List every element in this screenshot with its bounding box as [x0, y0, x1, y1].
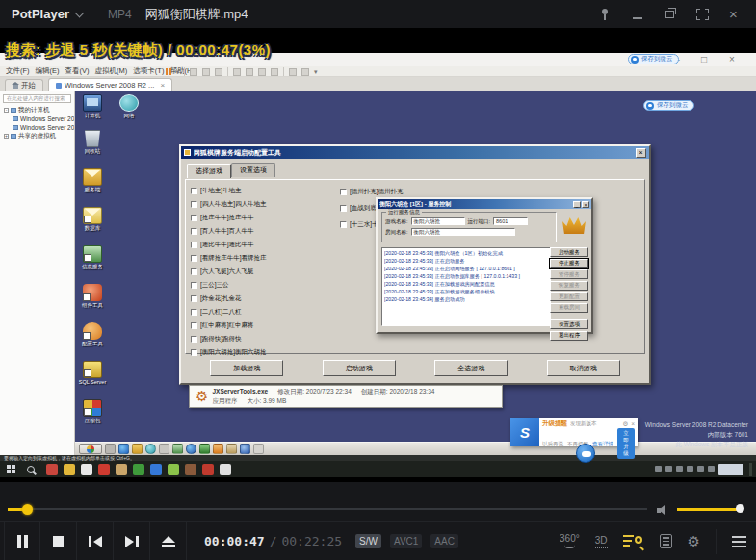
tray-clock-area[interactable] — [718, 464, 743, 475]
game-checkbox-item[interactable]: [二八杠]二八杠 — [191, 305, 337, 318]
host-start-button[interactable] — [7, 465, 15, 473]
app-icon[interactable] — [186, 444, 196, 454]
popup-settings-icon[interactable]: ⚙ — [622, 420, 628, 428]
checkbox[interactable] — [191, 309, 197, 316]
video-codec-badge[interactable]: AVC1 — [390, 534, 422, 548]
server-action-button[interactable]: 暂停服务 — [550, 269, 588, 279]
volume-icon[interactable] — [657, 504, 670, 516]
host-search-icon[interactable] — [27, 466, 35, 473]
checkbox[interactable] — [191, 349, 197, 356]
tray-icon[interactable] — [676, 466, 683, 472]
ie-icon[interactable] — [118, 444, 129, 454]
server-log-list[interactable]: [2020-02-18 23:45:33] 衡阳六胡抢（1区）初始化完成[202… — [381, 247, 551, 326]
settings-gear-button[interactable]: ⚙ — [688, 534, 700, 548]
network-tool-icon[interactable] — [145, 444, 156, 454]
server-close-button[interactable]: × — [582, 201, 589, 208]
checkbox[interactable] — [340, 221, 347, 228]
server-action-button[interactable]: 恢复服务 — [550, 281, 588, 291]
vm-start-button[interactable] — [79, 444, 102, 454]
dialog-action-button[interactable]: 加载游戏 — [210, 360, 283, 376]
taskbar-app-icon[interactable] — [168, 464, 179, 475]
game-checkbox-item[interactable]: [抢庄牛牛]抢庄牛牛 — [191, 211, 337, 224]
cloud-save-badge-vm[interactable]: 保存到微云 — [643, 100, 694, 111]
taskbar-app-icon[interactable] — [64, 464, 75, 475]
popup-upgrade-button[interactable]: 立即升级 — [617, 428, 635, 459]
checkbox[interactable] — [191, 188, 197, 194]
dialog-action-button[interactable]: 全选游戏 — [434, 360, 508, 376]
audio-codec-badge[interactable]: AAC — [430, 534, 458, 548]
tray-icon[interactable] — [665, 466, 672, 472]
taskbar-app-icon[interactable] — [202, 464, 214, 475]
close-button[interactable]: × — [729, 8, 743, 21]
taskbar-app-icon[interactable] — [46, 464, 58, 475]
checkbox[interactable] — [191, 201, 197, 208]
tray-icon[interactable] — [687, 466, 693, 472]
taskbar-app-icon[interactable] — [150, 464, 162, 475]
popup-close-icon[interactable]: × — [631, 420, 635, 427]
server-action-button[interactable]: 停止服务 — [550, 259, 588, 268]
tool-icon[interactable] — [159, 444, 169, 454]
3d-button[interactable]: 3D — [595, 535, 608, 548]
chevron-down-icon[interactable] — [75, 8, 85, 17]
game-name-field[interactable]: 衡阳六胡抢 — [411, 217, 465, 225]
checkbox[interactable] — [191, 228, 197, 235]
seek-knob[interactable] — [22, 504, 33, 515]
open-button[interactable] — [150, 522, 187, 560]
game-checkbox-item[interactable]: [百人牛牛]百人牛牛 — [191, 224, 337, 238]
tray-icon[interactable] — [697, 466, 704, 472]
pin-icon[interactable] — [598, 8, 612, 21]
cloud-save-badge[interactable]: 保存到微云 — [628, 54, 679, 64]
show-desktop-button[interactable] — [749, 463, 752, 476]
next-button[interactable] — [114, 522, 150, 560]
taskbar-app-icon[interactable] — [116, 464, 127, 475]
tray-icon[interactable] — [655, 466, 662, 472]
minimize-button[interactable] — [631, 8, 644, 21]
video-frame[interactable]: 搜索: 步退 5 秒(关键帧) / 00:00:47(3%) 保存到微云 – □… — [0, 29, 756, 481]
dialog-close-button[interactable]: × — [636, 148, 646, 158]
taskbar-app-icon[interactable] — [133, 464, 144, 475]
taskbar-app-icon[interactable] — [81, 464, 92, 475]
game-checkbox-item[interactable]: [斗地主]斗地主 — [191, 184, 337, 197]
checkbox[interactable] — [191, 255, 197, 262]
menu-hamburger-button[interactable] — [732, 536, 746, 547]
fullscreen-button[interactable] — [696, 8, 710, 21]
volume-knob[interactable] — [736, 504, 744, 513]
server-action-button[interactable]: 退出程序 — [550, 331, 588, 341]
game-checkbox-item[interactable]: [通比牛牛]通比牛牛 — [191, 238, 337, 251]
tab-options[interactable]: 设置选项 — [231, 163, 275, 177]
maximize-button[interactable] — [664, 8, 677, 21]
stop-button[interactable] — [40, 522, 77, 560]
app-icon[interactable] — [199, 444, 210, 454]
game-checkbox-item[interactable]: [四人斗地主]四人斗地主 — [191, 197, 337, 211]
server-action-button[interactable]: 更新配置 — [550, 292, 588, 301]
server-action-button[interactable]: 重载房间 — [550, 303, 588, 313]
tab-select-games[interactable]: 选择游戏 — [187, 164, 231, 178]
checkbox[interactable] — [191, 282, 197, 289]
vr-360-button[interactable]: 360° — [560, 534, 580, 548]
popup-link-details[interactable]: 查看详情 — [592, 441, 613, 447]
taskbar-app-icon[interactable] — [98, 464, 110, 475]
game-checkbox-item[interactable]: [三公]三公 — [191, 278, 337, 292]
checkbox[interactable] — [191, 322, 197, 329]
room-name-field[interactable]: 衡阳六胡抢 — [411, 228, 515, 236]
game-checkbox-item[interactable]: [衡阳六胡抢]衡阳六胡抢 — [191, 345, 337, 359]
popup-link-later[interactable]: 以后再说 — [542, 441, 563, 447]
checkbox[interactable] — [191, 336, 197, 343]
checkbox[interactable] — [340, 189, 347, 195]
checkbox[interactable] — [191, 295, 197, 302]
checkbox[interactable] — [191, 242, 197, 248]
app-icon[interactable] — [213, 444, 223, 454]
server-minimize-button[interactable]: _ — [573, 201, 581, 208]
app-icon[interactable] — [240, 444, 250, 454]
gear-tray-icon[interactable] — [253, 444, 264, 454]
pause-button[interactable] — [4, 522, 40, 560]
folder-icon[interactable] — [132, 444, 143, 454]
checkbox[interactable] — [191, 215, 197, 221]
dialog-titlebar[interactable]: 网狐棋牌服务端启动配置工具 × — [181, 146, 649, 159]
server-titlebar[interactable]: 衡阳六胡抢 [1区] - 服务控制 _ × — [378, 199, 591, 209]
playlist-search-button[interactable] — [623, 534, 644, 549]
game-checkbox-item[interactable]: [跑得快]跑得快 — [191, 332, 337, 345]
game-checkbox-item[interactable]: [看牌抢庄牛牛]看牌抢庄 — [191, 251, 337, 265]
dialog-action-button[interactable]: 启动游戏 — [323, 360, 396, 376]
game-checkbox-item[interactable]: [六人飞艇]六人飞艇 — [191, 265, 337, 278]
